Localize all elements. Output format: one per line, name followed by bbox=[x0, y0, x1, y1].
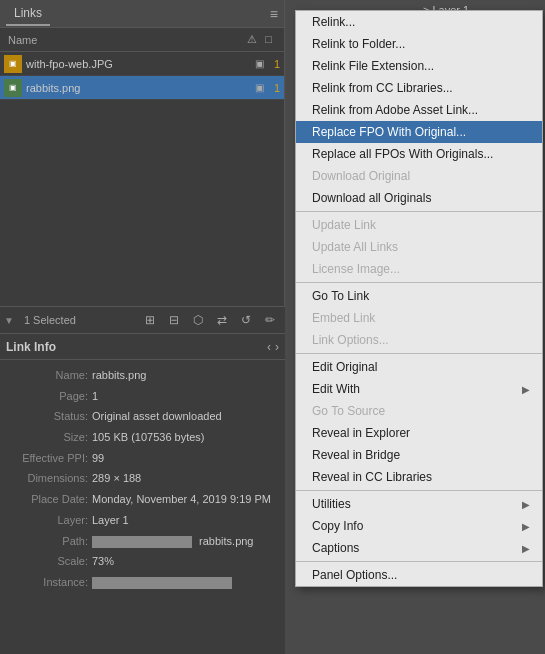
menu-item-label-update-all-links: Update All Links bbox=[312, 240, 398, 254]
menu-item-label-update-link: Update Link bbox=[312, 218, 376, 232]
info-place-date-row: Place Date: Monday, November 4, 2019 9:1… bbox=[8, 490, 277, 509]
info-path-row: Path: rabbits.png bbox=[8, 532, 277, 551]
menu-item-reveal-explorer[interactable]: Reveal in Explorer bbox=[296, 422, 542, 444]
link-icons-rabbits: ▣ 1 bbox=[255, 82, 280, 94]
nav-prev[interactable]: ‹ bbox=[267, 340, 271, 354]
menu-item-panel-options[interactable]: Panel Options... bbox=[296, 564, 542, 586]
menu-item-link-options: Link Options... bbox=[296, 329, 542, 351]
links-toolbar: ▼ 1 Selected ⊞ ⊟ ⬡ ⇄ ↺ ✏ bbox=[0, 306, 285, 334]
place-date-label: Place Date: bbox=[8, 490, 88, 509]
menu-item-label-relink-adobe: Relink from Adobe Asset Link... bbox=[312, 103, 478, 117]
menu-item-go-to-link[interactable]: Go To Link bbox=[296, 285, 542, 307]
menu-item-license-image: License Image... bbox=[296, 258, 542, 280]
path-bar bbox=[92, 536, 192, 548]
menu-item-relink[interactable]: Relink... bbox=[296, 11, 542, 33]
page-col-icon: □ bbox=[265, 33, 272, 46]
selected-count-label: 1 Selected bbox=[24, 314, 76, 326]
menu-item-label-go-to-link: Go To Link bbox=[312, 289, 369, 303]
menu-item-label-embed-link: Embed Link bbox=[312, 311, 375, 325]
menu-item-label-edit-original: Edit Original bbox=[312, 360, 377, 374]
menu-item-copy-info[interactable]: Copy Info▶ bbox=[296, 515, 542, 537]
menu-item-reveal-cc[interactable]: Reveal in CC Libraries bbox=[296, 466, 542, 488]
path-label: Path: bbox=[8, 532, 88, 551]
panel-header: Links ≡ bbox=[0, 0, 284, 28]
menu-item-edit-original[interactable]: Edit Original bbox=[296, 356, 542, 378]
info-dimensions-row: Dimensions: 289 × 188 bbox=[8, 469, 277, 488]
info-instance-row: Instance: bbox=[8, 573, 277, 592]
menu-item-embed-link: Embed Link bbox=[296, 307, 542, 329]
menu-separator bbox=[296, 353, 542, 354]
menu-item-download-all[interactable]: Download all Originals bbox=[296, 187, 542, 209]
menu-item-label-link-options: Link Options... bbox=[312, 333, 389, 347]
menu-item-label-relink: Relink... bbox=[312, 15, 355, 29]
dimensions-value: 289 × 188 bbox=[92, 469, 277, 488]
menu-item-reveal-bridge[interactable]: Reveal in Bridge bbox=[296, 444, 542, 466]
layer-label: Layer: bbox=[8, 511, 88, 530]
info-status-row: Status: Original asset downloaded bbox=[8, 407, 277, 426]
scale-value: 73% bbox=[92, 552, 277, 571]
menu-item-label-go-to-source: Go To Source bbox=[312, 404, 385, 418]
refresh-btn[interactable]: ↺ bbox=[235, 310, 257, 330]
link-num-rabbits: 1 bbox=[268, 82, 280, 94]
info-name-row: Name: rabbits.png bbox=[8, 366, 277, 385]
menu-separator bbox=[296, 282, 542, 283]
page-label: Page: bbox=[8, 387, 88, 406]
info-layer-row: Layer: Layer 1 bbox=[8, 511, 277, 530]
menu-arrow-utilities: ▶ bbox=[522, 499, 530, 510]
nav-next[interactable]: › bbox=[275, 340, 279, 354]
menu-item-label-download-original: Download Original bbox=[312, 169, 410, 183]
page-value: 1 bbox=[92, 387, 277, 406]
panel-tab-links[interactable]: Links bbox=[6, 2, 50, 26]
relink-btn[interactable]: ⊞ bbox=[139, 310, 161, 330]
link-info-title: Link Info bbox=[6, 340, 56, 354]
menu-item-edit-with[interactable]: Edit With▶ bbox=[296, 378, 542, 400]
menu-item-relink-cc[interactable]: Relink from CC Libraries... bbox=[296, 77, 542, 99]
dimensions-label: Dimensions: bbox=[8, 469, 88, 488]
link-embed-icon2: ▣ bbox=[255, 82, 264, 93]
link-row-rabbits[interactable]: ▣ rabbits.png ▣ 1 bbox=[0, 76, 284, 100]
col-icons: ⚠ □ bbox=[247, 33, 280, 46]
path-filename: rabbits.png bbox=[199, 535, 253, 547]
menu-item-download-original: Download Original bbox=[296, 165, 542, 187]
size-label: Size: bbox=[8, 428, 88, 447]
link-name-fpo: with-fpo-web.JPG bbox=[26, 58, 255, 70]
menu-item-relink-extension[interactable]: Relink File Extension... bbox=[296, 55, 542, 77]
menu-item-label-download-all: Download all Originals bbox=[312, 191, 431, 205]
menu-item-relink-adobe[interactable]: Relink from Adobe Asset Link... bbox=[296, 99, 542, 121]
layer-value: Layer 1 bbox=[92, 511, 277, 530]
link-icons-fpo: ▣ 1 bbox=[255, 58, 280, 70]
menu-item-label-relink-folder: Relink to Folder... bbox=[312, 37, 405, 51]
instance-value bbox=[92, 573, 277, 592]
update-link-btn[interactable]: ⇄ bbox=[211, 310, 233, 330]
menu-item-label-reveal-cc: Reveal in CC Libraries bbox=[312, 470, 432, 484]
menu-arrow-edit-with: ▶ bbox=[522, 384, 530, 395]
go-to-link-btn[interactable]: ⬡ bbox=[187, 310, 209, 330]
menu-item-relink-folder[interactable]: Relink to Folder... bbox=[296, 33, 542, 55]
menu-item-captions[interactable]: Captions▶ bbox=[296, 537, 542, 559]
menu-separator bbox=[296, 211, 542, 212]
menu-separator bbox=[296, 561, 542, 562]
toolbar-chevron: ▼ bbox=[4, 315, 14, 326]
link-name-rabbits: rabbits.png bbox=[26, 82, 255, 94]
col-name-header: Name bbox=[4, 34, 247, 46]
panel-menu-icon[interactable]: ≡ bbox=[270, 6, 278, 22]
menu-item-label-relink-extension: Relink File Extension... bbox=[312, 59, 434, 73]
unlink-btn[interactable]: ⊟ bbox=[163, 310, 185, 330]
menu-item-replace-fpo[interactable]: Replace FPO With Original... bbox=[296, 121, 542, 143]
menu-item-label-reveal-explorer: Reveal in Explorer bbox=[312, 426, 410, 440]
warning-col-icon: ⚠ bbox=[247, 33, 257, 46]
link-info-nav: ‹ › bbox=[267, 340, 279, 354]
menu-item-utilities[interactable]: Utilities▶ bbox=[296, 493, 542, 515]
menu-item-label-relink-cc: Relink from CC Libraries... bbox=[312, 81, 453, 95]
link-info-section: Link Info ‹ › Name: rabbits.png Page: 1 … bbox=[0, 334, 285, 654]
menu-item-label-copy-info: Copy Info bbox=[312, 519, 363, 533]
menu-item-label-reveal-bridge: Reveal in Bridge bbox=[312, 448, 400, 462]
link-num-fpo: 1 bbox=[268, 58, 280, 70]
menu-item-label-panel-options: Panel Options... bbox=[312, 568, 397, 582]
link-row-fpo[interactable]: ▣ with-fpo-web.JPG ▣ 1 bbox=[0, 52, 284, 76]
edit-original-btn[interactable]: ✏ bbox=[259, 310, 281, 330]
place-date-value: Monday, November 4, 2019 9:19 PM bbox=[92, 490, 277, 509]
scale-label: Scale: bbox=[8, 552, 88, 571]
menu-separator bbox=[296, 490, 542, 491]
menu-item-replace-all-fpo[interactable]: Replace all FPOs With Originals... bbox=[296, 143, 542, 165]
